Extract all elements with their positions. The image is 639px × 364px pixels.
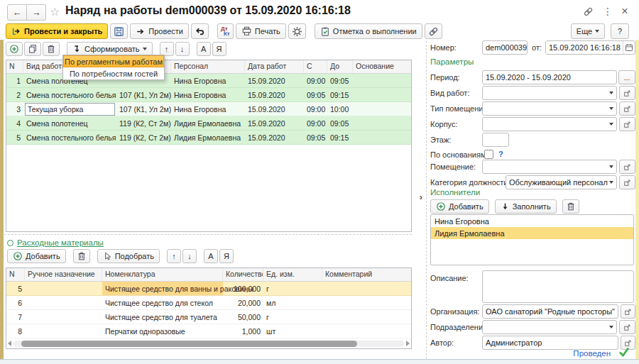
copy-icon [28,44,38,54]
table-row-selected[interactable]: 5 Чистящее средство для ванны и раковины… [6,282,411,296]
category-open-button[interactable] [619,175,635,189]
work-type-open-button[interactable] [619,86,635,100]
calendar-icon[interactable] [623,41,635,54]
sort-asc-button[interactable]: А [197,42,211,56]
sort-asc-button[interactable]: А [204,249,218,263]
delete-executor-button[interactable] [562,199,579,214]
table-row[interactable]: 5 Смена постельного белья 119 (К2, Ст 2м… [6,131,411,145]
print-button[interactable]: Печать [236,23,286,39]
table-row[interactable]: 8 Перчатки одноразовые 1,000 шт [6,324,411,338]
list-item[interactable]: Нина Егоровна [431,215,633,227]
back-button[interactable]: ← [7,4,27,21]
chevron-down-icon[interactable] [609,92,613,94]
table-row-editing[interactable]: 3 Текущая уборка 107 (К1, Ул 2м) Нина Ег… [6,102,411,116]
routine-gear-button[interactable] [288,23,306,39]
copy-row-button[interactable] [24,42,41,56]
table-row[interactable]: 7 Чистящее средство для туалета 50,000 г [6,310,411,324]
more-help-group: Еще ? [571,23,629,39]
delete-material-button[interactable] [73,249,90,263]
col-n: N [6,60,23,73]
panel-splitter[interactable]: › [416,190,426,203]
chevron-down-icon[interactable] [609,123,613,126]
post-and-close-button[interactable]: Провести и закрыть [6,23,108,39]
list-item-selected[interactable]: Лидия Ермолаевна [431,227,633,239]
room-type-open-button[interactable] [619,101,635,116]
description-textarea[interactable] [482,270,634,303]
room-type-field[interactable] [482,101,617,116]
dtkt-button[interactable]: ДтКт [217,23,234,39]
move-up-button[interactable]: ↑ [160,42,174,56]
sort-asc-label: А [201,45,206,53]
save-button[interactable] [110,23,128,39]
basis-help-icon[interactable]: ? [498,150,503,158]
add-material-button[interactable]: Добавить [7,249,66,263]
chevron-down-icon[interactable] [609,165,613,168]
chevron-down-icon[interactable] [609,326,613,329]
department-field[interactable] [482,320,617,334]
materials-section-link[interactable]: Расходные материалы [7,238,104,247]
category-label: Категория должности: [430,178,510,187]
posted-status: Проведен [573,349,611,358]
kebab-menu-icon[interactable]: ⋮ [601,5,615,18]
category-field[interactable]: Обслуживающий персонал [506,175,617,189]
pick-material-button[interactable]: Подобрать [97,249,160,263]
fill-executors-button[interactable]: Заполнить [495,199,557,214]
horizontal-scrollbar[interactable] [8,339,410,348]
trash-icon [77,251,87,261]
table-row[interactable]: 6 Чистящее средство для стекол 20,000 мл [6,296,411,310]
add-executor-label: Добавить [449,202,484,211]
completion-mark-button[interactable]: Отметка о выполнении [315,23,422,39]
more-button[interactable]: Еще [571,23,605,39]
by-basis-checkbox[interactable] [484,150,493,159]
menu-item-guest-needs[interactable]: По потребностям гостей [63,67,164,79]
add-row-button[interactable] [6,42,23,56]
scrollbar-thumb[interactable] [21,341,357,347]
number-field[interactable]: dem000039 [482,40,528,55]
move-down-button[interactable]: ↓ [182,249,197,263]
scroll-right-icon[interactable] [406,341,410,346]
menu-item-regulatory-works[interactable]: По регламентным работам [63,55,164,67]
room-field[interactable] [482,160,617,174]
work-type-field[interactable] [482,86,617,100]
chevron-down-icon[interactable] [609,181,613,184]
generate-button[interactable]: Сформировать [67,42,153,56]
move-up-button[interactable]: ↑ [167,249,181,263]
executors-list: Нина Егоровна Лидия Ермолаевна [430,214,634,265]
executors-toolbar: Добавить Заполнить [430,199,579,214]
forward-button[interactable]: → [27,4,46,21]
period-more-button[interactable]: ... [618,70,635,84]
undo-button[interactable] [191,23,209,39]
organization-field[interactable]: ОАО санаторий "Родные просторы" [482,304,618,319]
scroll-left-icon[interactable] [8,341,11,346]
sort-asc-label: А [208,252,213,260]
author-field[interactable]: Администратор [482,336,618,350]
get-link-icon[interactable] [581,5,595,18]
table-row[interactable]: 4 Смена полотенец 119 (К2, Ст 2м) Лидия … [6,116,411,131]
generate-menu: По регламентным работам По потребностям … [62,55,165,80]
post-button[interactable]: Провести [130,23,189,39]
posted-check-icon [618,346,630,358]
up-arrow-icon: ↑ [165,45,169,53]
scrollbar-track[interactable] [13,341,404,347]
favorite-star-icon[interactable]: ☆ [50,5,60,18]
add-executor-button[interactable]: Добавить [430,199,489,214]
building-field[interactable] [482,117,617,131]
sort-desc-button[interactable]: Я [212,42,226,56]
table-row[interactable]: 2 Смена постельного белья 107 (К1, Ул 2м… [6,88,411,102]
help-button[interactable]: ? [611,23,629,39]
department-open-button[interactable] [619,320,635,334]
link-button[interactable] [425,23,442,39]
close-icon[interactable]: × [618,5,632,18]
open-icon [623,105,631,113]
organization-open-button[interactable] [621,304,635,319]
chevron-down-icon[interactable] [609,107,613,110]
room-open-button[interactable] [619,160,635,174]
building-open-button[interactable] [619,117,635,131]
work-type-edit-cell[interactable]: Текущая уборка [25,103,115,116]
datetime-field[interactable]: 15.09.2020 16:16:18 [545,40,635,55]
floor-field[interactable] [482,133,509,147]
period-field[interactable]: 15.09.2020 - 15.09.2020 [482,70,617,84]
move-down-button[interactable]: ↓ [175,42,190,56]
sort-desc-button[interactable]: Я [219,249,234,263]
delete-row-button[interactable] [43,42,60,56]
